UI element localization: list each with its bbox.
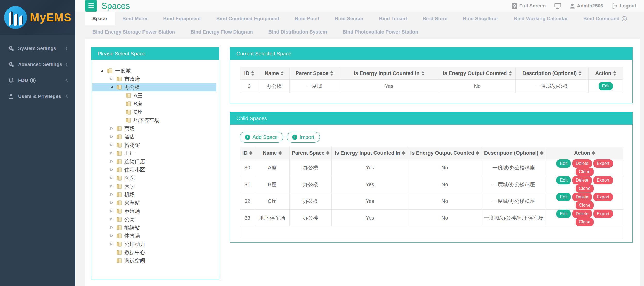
- tree-node[interactable]: 医院: [92, 174, 216, 182]
- user-menu[interactable]: Admin2506: [570, 3, 603, 9]
- tab-bind-distribution-system[interactable]: Bind Distribution System: [261, 25, 335, 39]
- column-header-name[interactable]: Name: [259, 67, 290, 80]
- edit-button[interactable]: Edit: [556, 210, 571, 218]
- tree-node[interactable]: 办公楼: [92, 83, 216, 91]
- tab-space[interactable]: Space: [85, 12, 115, 25]
- logout-button[interactable]: Logout: [612, 3, 636, 9]
- tab-bind-point[interactable]: Bind Point: [287, 12, 327, 25]
- sidebar-item-advanced-settings[interactable]: Advanced Settings: [0, 56, 75, 72]
- edit-button[interactable]: Edit: [556, 193, 571, 201]
- tree-node[interactable]: B座: [92, 100, 216, 108]
- column-header-is-energy-input-counted-in[interactable]: Is Energy Input Counted In: [339, 67, 439, 80]
- tree-node[interactable]: 市政府: [92, 75, 216, 83]
- expander-closed-icon[interactable]: [108, 143, 115, 146]
- tree-node[interactable]: 工厂: [92, 149, 216, 157]
- sidebar-item-users-privileges[interactable]: Users & Privileges: [0, 88, 75, 104]
- sidebar-item-system-settings[interactable]: System Settings: [0, 40, 75, 56]
- clone-button[interactable]: Clone: [576, 218, 594, 226]
- export-button[interactable]: Export: [593, 193, 613, 201]
- column-header-description-optional[interactable]: Description (Optional): [481, 147, 546, 159]
- tree-node[interactable]: 大学: [92, 182, 216, 190]
- tree-node[interactable]: 地下停车场: [92, 116, 216, 124]
- clone-button[interactable]: Clone: [576, 184, 594, 193]
- tab-bind-energy-storage-power-station[interactable]: Bind Energy Storage Power Station: [85, 25, 183, 39]
- edit-button[interactable]: Edit: [556, 159, 571, 168]
- full-screen-button[interactable]: Full Screen: [512, 3, 546, 9]
- tab-bind-sensor[interactable]: Bind Sensor: [327, 12, 371, 25]
- tree-node[interactable]: 火车站: [92, 199, 216, 207]
- tab-bind-command[interactable]: Bind CommandE: [576, 12, 635, 25]
- expander-closed-icon[interactable]: [108, 152, 115, 155]
- tree-node[interactable]: 体育场: [92, 232, 216, 240]
- display-toggle-button[interactable]: [554, 3, 561, 9]
- tree-node[interactable]: 连锁门店: [92, 157, 216, 166]
- tree-node[interactable]: 博物馆: [92, 141, 216, 149]
- expander-closed-icon[interactable]: [108, 127, 115, 130]
- tree-node[interactable]: 调试空间: [92, 256, 216, 265]
- export-button[interactable]: Export: [593, 176, 613, 184]
- expander-closed-icon[interactable]: [108, 176, 115, 179]
- tab-bind-meter[interactable]: Bind Meter: [115, 12, 155, 25]
- edit-button[interactable]: Edit: [599, 82, 613, 90]
- expander-open-icon[interactable]: [108, 86, 115, 89]
- column-header-is-energy-output-counted[interactable]: Is Energy Output Counted: [408, 147, 481, 159]
- expander-closed-icon[interactable]: [108, 234, 115, 237]
- add-space-button[interactable]: + Add Space: [240, 132, 283, 143]
- column-header-id[interactable]: ID: [240, 147, 255, 159]
- expander-open-icon[interactable]: [99, 69, 105, 72]
- clone-button[interactable]: Clone: [576, 201, 594, 209]
- column-header-id[interactable]: ID: [240, 67, 259, 80]
- expander-closed-icon[interactable]: [108, 160, 115, 163]
- clone-button[interactable]: Clone: [576, 168, 594, 176]
- brand-logo[interactable]: MyEMS: [0, 0, 75, 35]
- column-header-parent-space[interactable]: Parent Space: [290, 147, 332, 159]
- tree-node[interactable]: 酒店: [92, 133, 216, 141]
- tree-node[interactable]: C座: [92, 108, 216, 116]
- tab-bind-working-calendar[interactable]: Bind Working Calendar: [506, 12, 576, 25]
- tab-bind-energy-flow-diagram[interactable]: Bind Energy Flow Diagram: [183, 25, 261, 39]
- expander-closed-icon[interactable]: [108, 218, 115, 221]
- expander-closed-icon[interactable]: [108, 242, 115, 246]
- tab-bind-shopfloor[interactable]: Bind Shopfloor: [455, 12, 506, 25]
- tree-node[interactable]: 机场: [92, 190, 216, 199]
- hamburger-menu-button[interactable]: [85, 0, 97, 12]
- expander-closed-icon[interactable]: [108, 201, 115, 204]
- tree-node[interactable]: 公用动力: [92, 240, 216, 248]
- expander-closed-icon[interactable]: [108, 135, 115, 138]
- sidebar-item-fdd[interactable]: FDDE: [0, 72, 75, 88]
- column-header-is-energy-output-counted[interactable]: Is Energy Output Counted: [439, 67, 516, 80]
- expander-closed-icon[interactable]: [108, 209, 115, 213]
- import-button[interactable]: + Import: [287, 132, 320, 143]
- tree-node[interactable]: 商场: [92, 124, 216, 133]
- tab-bind-tenant[interactable]: Bind Tenant: [371, 12, 415, 25]
- column-header-description-optional[interactable]: Description (Optional): [516, 67, 589, 80]
- tab-bind-photovoltaic-power-station[interactable]: Bind Photovoltaic Power Station: [335, 25, 426, 39]
- tree-node[interactable]: 养殖场: [92, 207, 216, 215]
- delete-button[interactable]: Delete: [572, 176, 592, 184]
- expander-closed-icon[interactable]: [108, 193, 115, 196]
- expander-closed-icon[interactable]: [108, 226, 115, 229]
- column-header-action[interactable]: Action: [546, 147, 623, 159]
- column-header-name[interactable]: Name: [255, 147, 290, 159]
- tab-bind-combined-equipment[interactable]: Bind Combined Equipment: [209, 12, 287, 25]
- edit-button[interactable]: Edit: [556, 176, 571, 184]
- tab-bind-equipment[interactable]: Bind Equipment: [155, 12, 209, 25]
- expander-closed-icon[interactable]: [108, 168, 115, 171]
- tree-node[interactable]: 数据中心: [92, 248, 216, 256]
- export-button[interactable]: Export: [593, 159, 613, 168]
- expander-closed-icon[interactable]: [108, 185, 115, 188]
- tree-node[interactable]: 一度城: [92, 67, 216, 75]
- delete-button[interactable]: Delete: [572, 159, 592, 168]
- tree-node[interactable]: 地铁站: [92, 223, 216, 232]
- delete-button[interactable]: Delete: [572, 210, 592, 218]
- tree-node[interactable]: 公寓: [92, 215, 216, 223]
- tree-node[interactable]: A座: [92, 91, 216, 100]
- export-button[interactable]: Export: [593, 210, 613, 218]
- column-header-is-energy-input-counted-in[interactable]: Is Energy Input Counted In: [332, 147, 408, 159]
- tab-bind-store[interactable]: Bind Store: [415, 12, 455, 25]
- delete-button[interactable]: Delete: [572, 193, 592, 201]
- column-header-action[interactable]: Action: [589, 67, 623, 80]
- expander-closed-icon[interactable]: [108, 77, 115, 80]
- column-header-parent-space[interactable]: Parent Space: [290, 67, 339, 80]
- tree-node[interactable]: 住宅小区: [92, 166, 216, 174]
